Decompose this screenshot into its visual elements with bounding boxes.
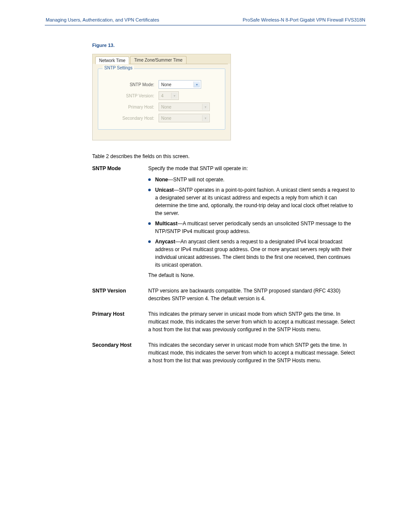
chevron-down-icon: ▾	[171, 93, 177, 99]
tab-network-time[interactable]: Network Time	[95, 56, 129, 64]
field-row: Secondary HostThis indicates the seconda…	[92, 341, 355, 368]
group-title: SNTP Settings	[103, 65, 134, 70]
chevron-down-icon: ▾	[193, 81, 200, 87]
field-desc: This indicates the primary server in uni…	[148, 310, 355, 337]
form-row: Primary Host:None▾	[103, 103, 221, 111]
field-desc: This indicates the secondary server in u…	[148, 341, 355, 368]
field-name: Secondary Host	[92, 341, 148, 368]
option-item: Anycast—An anycast client sends a reques…	[148, 238, 355, 269]
field-row: SNTP ModeSpecify the mode that SNTP will…	[92, 165, 355, 283]
field-row: Primary HostThis indicates the primary s…	[92, 310, 355, 337]
tab-time-zone-summer-time[interactable]: Time Zone/Summer Time	[130, 56, 186, 64]
form-row: Secondary Host:None▾	[103, 114, 221, 122]
field-name: Primary Host	[92, 310, 148, 337]
figure-caption: Figure 13.	[92, 43, 366, 48]
select-primary-host: None▾	[159, 103, 210, 111]
sntp-settings-group: SNTP Settings SNTP Mode:None▾SNTP Versio…	[98, 68, 225, 130]
running-head-left: Managing Users, Authentication, and VPN …	[46, 17, 159, 22]
option-item: Unicast—SNTP operates in a point-to-poin…	[148, 186, 355, 217]
field-table: SNTP ModeSpecify the mode that SNTP will…	[92, 165, 355, 368]
form-row: SNTP Version:4▾	[103, 91, 221, 100]
field-name: SNTP Version	[92, 287, 148, 306]
select-value: None	[161, 116, 171, 121]
option-item: None—SNTP will not operate.	[148, 176, 355, 184]
select-value: 4	[161, 93, 164, 98]
select-value: None	[161, 82, 171, 87]
field-row: SNTP VersionNTP versions are backwards c…	[92, 287, 355, 306]
select-sntp-mode[interactable]: None▾	[159, 80, 201, 89]
field-desc: Specify the mode that SNTP will operate …	[148, 165, 355, 283]
form-row: SNTP Mode:None▾	[103, 80, 221, 89]
tabs-row: Network TimeTime Zone/Summer Time	[93, 54, 230, 64]
form-label: SNTP Version:	[103, 93, 159, 98]
intro-text: Table 2 describes the fields on this scr…	[92, 153, 366, 159]
form-label: SNTP Mode:	[103, 82, 159, 87]
running-head-right: ProSafe Wireless-N 8-Port Gigabit VPN Fi…	[243, 17, 365, 22]
chevron-down-icon: ▾	[202, 115, 209, 121]
select-value: None	[161, 105, 171, 109]
field-desc: NTP versions are backwards compatible. T…	[148, 287, 355, 306]
select-secondary-host: None▾	[159, 114, 210, 122]
form-label: Primary Host:	[103, 105, 159, 109]
select-sntp-version: 4▾	[159, 91, 179, 100]
sntp-settings-screenshot: Network TimeTime Zone/Summer Time SNTP S…	[92, 54, 231, 140]
form-label: Secondary Host:	[103, 116, 159, 121]
option-item: Multicast—A multicast server periodicall…	[148, 220, 355, 235]
chevron-down-icon: ▾	[202, 104, 209, 110]
field-name: SNTP Mode	[92, 165, 148, 283]
header-rule	[45, 25, 366, 25]
